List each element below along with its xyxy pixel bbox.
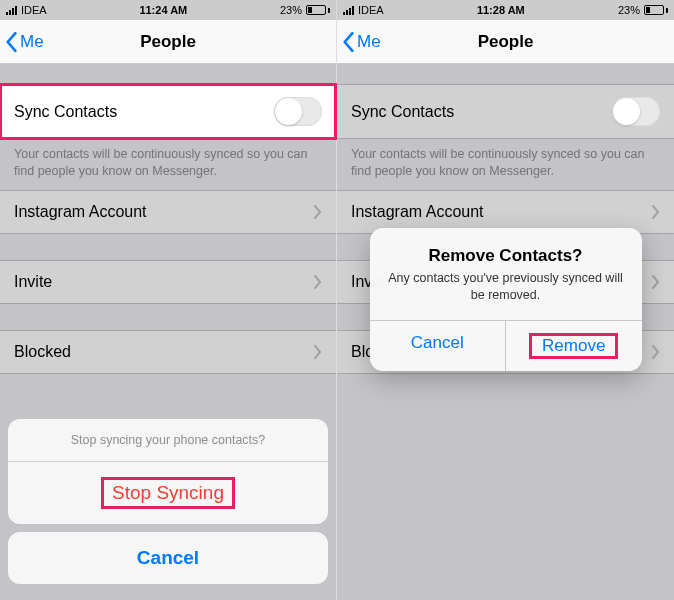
signal-icon [6,5,17,15]
battery-icon [306,5,330,15]
sheet-cancel-button[interactable]: Cancel [8,532,328,584]
carrier-label: IDEA [358,4,384,16]
alert-cancel-button[interactable]: Cancel [370,321,506,371]
sync-help-text: Your contacts will be continuously synce… [0,139,336,190]
battery-icon [644,5,668,15]
chevron-right-icon [651,345,660,359]
left-screenshot: IDEA 11:24 AM 23% Me People Sync Contact… [0,0,337,600]
instagram-label: Instagram Account [351,203,484,221]
alert-message: Any contacts you've previously synced wi… [386,270,626,304]
remove-contacts-alert: Remove Contacts? Any contacts you've pre… [370,228,642,371]
blocked-row[interactable]: Blocked [0,330,336,374]
sync-toggle[interactable] [612,97,660,126]
alert-title: Remove Contacts? [386,246,626,266]
alert-remove-label: Remove [529,333,618,359]
carrier-label: IDEA [21,4,47,16]
page-title: People [140,32,196,52]
sync-toggle[interactable] [274,97,322,126]
sync-contacts-label: Sync Contacts [14,103,117,121]
nav-bar: Me People [0,20,336,64]
right-screenshot: IDEA 11:28 AM 23% Me People Sync Contact… [337,0,674,600]
sync-help-text: Your contacts will be continuously synce… [337,139,674,190]
back-button[interactable]: Me [4,20,44,63]
chevron-left-icon [4,31,18,53]
clock: 11:24 AM [139,4,187,16]
battery-percent: 23% [280,4,302,16]
status-bar: IDEA 11:28 AM 23% [337,0,674,20]
nav-bar: Me People [337,20,674,64]
sync-contacts-row[interactable]: Sync Contacts [0,84,336,139]
status-bar: IDEA 11:24 AM 23% [0,0,336,20]
sync-contacts-label: Sync Contacts [351,103,454,121]
chevron-right-icon [313,275,322,289]
battery-percent: 23% [618,4,640,16]
back-label: Me [357,32,381,52]
stop-syncing-label: Stop Syncing [101,477,235,509]
clock: 11:28 AM [477,4,525,16]
instagram-label: Instagram Account [14,203,147,221]
invite-row[interactable]: Invite [0,260,336,304]
chevron-left-icon [341,31,355,53]
sheet-title: Stop syncing your phone contacts? [8,419,328,462]
page-title: People [478,32,534,52]
chevron-right-icon [313,205,322,219]
blocked-label: Blocked [14,343,71,361]
signal-icon [343,5,354,15]
alert-remove-button[interactable]: Remove [505,321,642,371]
invite-label: Invite [14,273,52,291]
back-label: Me [20,32,44,52]
sync-contacts-row[interactable]: Sync Contacts [337,84,674,139]
chevron-right-icon [313,345,322,359]
instagram-row[interactable]: Instagram Account [0,190,336,234]
action-sheet: Stop syncing your phone contacts? Stop S… [8,419,328,592]
chevron-right-icon [651,205,660,219]
back-button[interactable]: Me [341,20,381,63]
chevron-right-icon [651,275,660,289]
stop-syncing-button[interactable]: Stop Syncing [8,462,328,524]
